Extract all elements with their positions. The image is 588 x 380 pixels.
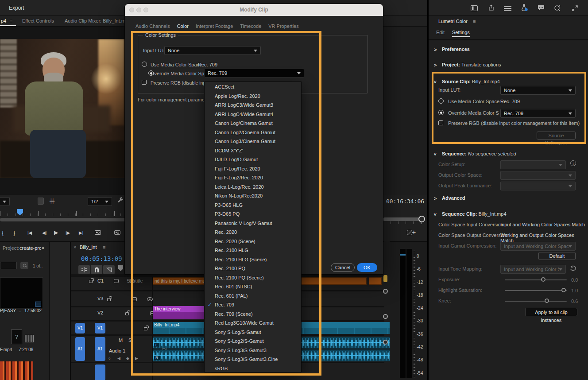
insert-button[interactable] bbox=[95, 230, 101, 235]
tab-source-clip[interactable]: p4 bbox=[1, 18, 6, 23]
clip-thumbnail[interactable] bbox=[0, 277, 43, 308]
wrench-icon[interactable] bbox=[117, 197, 124, 204]
advanced-section[interactable]: > Advanced bbox=[429, 195, 588, 202]
linked-selection-button[interactable] bbox=[103, 265, 115, 275]
panel-overflow-icon[interactable]: » bbox=[42, 245, 44, 250]
color-space-option[interactable]: ✓ Rec. 2020 bbox=[205, 228, 301, 237]
close-tab-icon[interactable]: × bbox=[74, 244, 76, 250]
mute-button-a1[interactable]: M bbox=[119, 337, 123, 343]
mini-scrollbar[interactable] bbox=[383, 217, 424, 221]
source-patch-a1[interactable]: A1 bbox=[75, 337, 85, 361]
color-space-option[interactable]: ✓ Sony S-Log/S-Gamut bbox=[205, 328, 301, 337]
color-space-option[interactable]: ✓ Rec. 601 (PAL) bbox=[205, 291, 301, 301]
add-keyframe-icon[interactable]: ◆ bbox=[126, 356, 129, 361]
source-patch-v1[interactable]: V1 bbox=[75, 323, 85, 333]
highlight-slider[interactable] bbox=[505, 290, 567, 291]
search-bin-icon[interactable] bbox=[20, 262, 28, 269]
lumetri-tab-edit[interactable]: Edit bbox=[436, 30, 445, 35]
project-section[interactable]: > Project: Translate captions bbox=[429, 62, 588, 69]
color-space-option[interactable]: ✓ sRGB bbox=[205, 364, 301, 373]
source-settings-button[interactable]: Source Settings… bbox=[537, 132, 576, 140]
color-space-option[interactable]: ✓ Panasonic V-Log/V-Gamut bbox=[205, 219, 301, 228]
tab-color[interactable]: Color bbox=[177, 23, 189, 29]
tab-menu-icon[interactable]: ≡ bbox=[10, 18, 12, 23]
nest-icon-c1[interactable] bbox=[114, 279, 119, 283]
nest-icon-v3[interactable] bbox=[132, 297, 137, 301]
color-space-option[interactable]: ✓ Sony S-Log2/S-Gamut bbox=[205, 337, 301, 346]
color-space-option[interactable]: ✓ Sony S-Log3/S-Gamut3.Cine bbox=[205, 355, 301, 364]
preferences-section[interactable]: > Preferences bbox=[429, 47, 588, 54]
keyframe-toggle-icon[interactable]: ◊ bbox=[108, 356, 110, 361]
color-space-option[interactable]: ✓ Rec. 709 bbox=[205, 300, 301, 310]
next-keyframe-icon[interactable]: ▶ bbox=[135, 356, 138, 361]
track-target-a2[interactable] bbox=[95, 364, 105, 380]
info-icon[interactable]: i bbox=[570, 160, 576, 166]
mark-in-button[interactable]: { bbox=[2, 229, 4, 236]
dialog-titlebar[interactable]: Modify Clip bbox=[125, 4, 383, 16]
sequence-section[interactable]: > Sequence: No sequence selected bbox=[429, 151, 588, 158]
override-radio[interactable] bbox=[438, 110, 444, 115]
macos-zoom-button[interactable] bbox=[143, 8, 148, 12]
color-space-option[interactable]: ✓ Canon Log2/Cinema Gamut bbox=[205, 128, 301, 137]
use-media-radio[interactable] bbox=[438, 98, 444, 104]
monitor-mode-select[interactable] bbox=[0, 197, 10, 206]
track-resize-handle[interactable] bbox=[383, 289, 388, 294]
insert-mode-button[interactable] bbox=[78, 265, 90, 275]
add-marker-button[interactable] bbox=[118, 265, 123, 271]
color-space-option[interactable]: ✓ Apple Log/Rec. 2020 bbox=[205, 92, 301, 101]
color-space-option[interactable]: ✓ Canon Log3/Cinema Gamut bbox=[205, 137, 301, 146]
settings-icon[interactable] bbox=[38, 198, 44, 205]
mark-out-button[interactable]: } bbox=[13, 229, 15, 236]
lumetri-tab-settings[interactable]: Settings bbox=[452, 30, 470, 37]
workspace-icon[interactable] bbox=[470, 4, 478, 12]
tab-vr-properties[interactable]: VR Properties bbox=[268, 23, 298, 29]
search-discover-icon[interactable] bbox=[553, 4, 561, 12]
add-button[interactable]: + bbox=[412, 229, 416, 237]
sequence-clip-section[interactable]: > Sequence Clip: Billy_Int.mp4 bbox=[429, 211, 588, 218]
dialog-input-lut-select[interactable]: None bbox=[164, 46, 261, 55]
tab-audio-clip-mixer[interactable]: Audio Clip Mixer: Billy_Int.mp4 bbox=[65, 18, 131, 23]
dialog-preserve-checkbox[interactable] bbox=[142, 80, 147, 85]
track-resize-handle[interactable] bbox=[383, 314, 388, 319]
highlight-handle[interactable] bbox=[561, 288, 566, 292]
color-space-option[interactable]: ✓ Red Log3G10/Wide Gamut bbox=[205, 318, 301, 328]
knee-handle[interactable] bbox=[545, 299, 549, 303]
step-forward-button[interactable]: |▶ bbox=[66, 230, 70, 235]
color-space-option[interactable]: ✓ ARRI LogC3/Wide Gamut3 bbox=[205, 101, 301, 110]
prev-keyframe-icon[interactable]: ◀ bbox=[117, 356, 120, 361]
source-clip-section[interactable]: > Source Clip: Billy_Int.mp4 bbox=[429, 79, 588, 86]
color-space-option[interactable]: ✓ Rec. 2100 PQ (Scene) bbox=[205, 273, 301, 283]
goto-out-button[interactable]: ▶| bbox=[79, 230, 83, 235]
color-setup-select[interactable] bbox=[500, 160, 566, 169]
color-space-option[interactable]: ✓ ARRI LogC4/Wide Gamut4 bbox=[205, 110, 301, 119]
timeline-timecode[interactable]: 00:05:13:09 bbox=[81, 255, 122, 262]
color-space-option[interactable]: ✓ Rec. 2100 HLG (Scene) bbox=[205, 255, 301, 264]
ok-button[interactable]: OK bbox=[357, 263, 377, 272]
color-space-option[interactable]: ✓ P3-D65 PQ bbox=[205, 209, 301, 219]
knee-slider[interactable] bbox=[505, 301, 567, 302]
track-target-a1[interactable]: A1 bbox=[95, 337, 105, 361]
color-space-option[interactable]: ✓ Rec. 709 (Scene) bbox=[205, 310, 301, 319]
tab-interpret-footage[interactable]: Interpret Footage bbox=[196, 23, 233, 29]
lock-icon-v1[interactable] bbox=[144, 327, 147, 330]
color-space-option[interactable]: ✓ Rec. 2020 (Scene) bbox=[205, 237, 301, 246]
beta-beaker-icon[interactable] bbox=[520, 4, 528, 12]
snap-button[interactable] bbox=[91, 265, 102, 275]
caption-clip-2[interactable] bbox=[369, 277, 382, 285]
solo-button-a1[interactable]: S bbox=[128, 337, 132, 343]
macos-close-button[interactable] bbox=[129, 8, 134, 12]
source-playhead[interactable] bbox=[17, 209, 23, 215]
track-target-v1[interactable]: V1 bbox=[95, 323, 105, 333]
color-space-option[interactable]: ✓ Fuji F-Log/Rec. 2020 bbox=[205, 164, 301, 174]
color-space-option[interactable]: ✓ ACEScct bbox=[205, 82, 301, 92]
lock-icon-v3[interactable] bbox=[107, 298, 111, 301]
exposure-slider[interactable] bbox=[505, 279, 567, 280]
lock-icon-v2[interactable] bbox=[125, 312, 129, 315]
tab-audio-channels[interactable]: Audio Channels bbox=[135, 23, 170, 29]
offline-clip-thumbnail[interactable]: ? bbox=[11, 330, 22, 344]
timeline-menu-icon[interactable]: ≡ bbox=[103, 244, 105, 250]
gamut-compression-select[interactable]: Input and Working Color Spaces… bbox=[500, 242, 576, 251]
fullscreen-icon[interactable] bbox=[571, 4, 579, 12]
reset-icon[interactable] bbox=[569, 265, 576, 271]
menu-icon[interactable] bbox=[503, 4, 511, 12]
